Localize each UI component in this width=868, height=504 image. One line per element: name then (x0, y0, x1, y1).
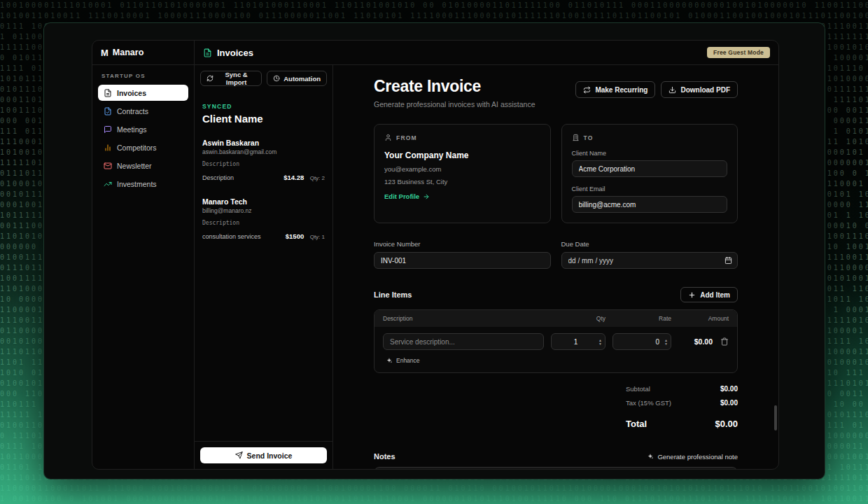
qty-stepper-arrows[interactable]: ▲▼ (598, 339, 602, 345)
create-invoice-panel: Create Invoice Generate professional inv… (333, 65, 778, 469)
client-description-label: Description (202, 220, 325, 226)
download-icon (668, 86, 676, 94)
download-pdf-button[interactable]: Download PDF (661, 81, 738, 98)
quantity-stepper[interactable] (551, 333, 606, 350)
topbar: Invoices Free Guest Mode (195, 41, 778, 65)
newsletter-icon (104, 162, 112, 170)
panel-actions: Sync & Import Automation (195, 65, 332, 92)
total-label: Total (626, 419, 647, 429)
make-recurring-label: Make Recurring (595, 86, 648, 94)
line-items-table: Description Qty Rate Amount ▲▼ (374, 309, 738, 373)
qty-field: ▲▼ (551, 333, 606, 350)
contract-icon (104, 107, 112, 115)
trash-icon[interactable] (720, 337, 729, 346)
sidebar-item-investments[interactable]: Investments (98, 176, 188, 192)
client-meta: $1500 Qty: 1 (286, 229, 325, 241)
client-name-input[interactable] (572, 160, 728, 177)
notes-header: Notes Generate professional note (374, 452, 738, 461)
scrollbar-thumb[interactable] (774, 405, 777, 430)
sync-import-button[interactable]: Sync & Import (200, 71, 262, 86)
to-card: TO Client Name Client Email (561, 124, 738, 223)
building-icon (572, 134, 580, 141)
sidebar-item-competitors[interactable]: Competitors (98, 139, 188, 155)
due-date-input[interactable] (561, 252, 738, 269)
column-description: Description (383, 315, 544, 322)
user-icon (384, 134, 392, 141)
page-subtitle: Generate professional invoices with AI a… (374, 100, 536, 108)
add-item-button[interactable]: Add Item (680, 287, 738, 302)
total-row: Total $0.00 (626, 419, 738, 429)
sidebar-nav: Invoices Contracts Meetings Competitors … (92, 83, 194, 194)
invoice-number-field: Invoice Number (374, 240, 551, 269)
table-row: ▲▼ ▲▼ $0.00 (374, 327, 737, 352)
due-date-label: Due Date (561, 240, 738, 248)
client-email-input[interactable] (572, 196, 728, 213)
enhance-button[interactable]: Enhance (383, 356, 423, 365)
sidebar-logo[interactable]: M Manaro (92, 41, 194, 65)
sidebar: M Manaro STARTUP OS Invoices Contracts M… (92, 41, 195, 469)
arrow-right-icon (423, 193, 430, 200)
tax-value: $0.00 (720, 399, 738, 407)
sidebar-item-invoices[interactable]: Invoices (98, 85, 188, 101)
sidebar-item-label: Contracts (117, 107, 148, 115)
subtotal-value: $0.00 (720, 385, 738, 393)
column-rate: Rate (612, 315, 671, 322)
app-frame: M Manaro STARTUP OS Invoices Contracts M… (92, 40, 779, 470)
client-description: consultation services (202, 233, 261, 240)
rate-stepper-arrows[interactable]: ▲▼ (664, 339, 668, 345)
sparkles-icon (386, 357, 393, 364)
client-description: Description (202, 174, 234, 181)
sidebar-section-label: STARTUP OS (92, 65, 194, 83)
client-row: consultation services $1500 Qty: 1 (202, 229, 325, 241)
client-description-label: Description (202, 161, 325, 167)
calendar-icon[interactable] (724, 257, 732, 265)
repeat-icon (583, 86, 591, 94)
client-name-label: Client Name (572, 150, 728, 157)
amount-cell: $0.00 (678, 337, 729, 346)
client-meta: $14.28 Qty: 2 (284, 170, 325, 183)
client-amount: $14.28 (284, 174, 304, 181)
app-window: M Manaro STARTUP OS Invoices Contracts M… (43, 22, 825, 479)
invoices-header-icon (203, 48, 212, 57)
send-invoice-button[interactable]: Send Invoice (200, 447, 327, 463)
list-item[interactable]: Manaro Tech billing@manaro.nz Descriptio… (202, 197, 325, 241)
sidebar-item-newsletter[interactable]: Newsletter (98, 158, 188, 174)
automation-button[interactable]: Automation (267, 71, 327, 86)
line-items-label: Line Items (374, 290, 412, 299)
invoice-number-input[interactable] (374, 252, 551, 269)
tax-row: Tax (15% GST) $0.00 (626, 399, 738, 407)
invoice-list-panel: Sync & Import Automation SYNCED Client N… (195, 65, 333, 469)
sidebar-item-meetings[interactable]: Meetings (98, 121, 188, 137)
rate-stepper[interactable] (612, 333, 671, 350)
edit-profile-link[interactable]: Edit Profile (384, 192, 430, 200)
edit-profile-label: Edit Profile (384, 192, 419, 200)
guest-mode-badge: Free Guest Mode (707, 47, 770, 58)
table-header-row: Description Qty Rate Amount (374, 310, 737, 327)
competitors-icon (104, 144, 112, 152)
column-qty: Qty (551, 315, 606, 322)
client-qty: Qty: 2 (310, 175, 325, 181)
item-description-input[interactable] (383, 333, 544, 350)
invoice-number-label: Invoice Number (374, 240, 551, 248)
company-address: 123 Business St, City (384, 178, 540, 186)
sparkles-icon (647, 453, 654, 460)
client-qty: Qty: 1 (310, 234, 325, 240)
generate-note-link[interactable]: Generate professional note (647, 453, 738, 461)
sidebar-item-label: Competitors (117, 144, 157, 152)
due-date-wrap (561, 252, 738, 269)
from-to-cards: FROM Your Company Name you@example.com 1… (374, 124, 738, 223)
client-list-heading: Client Name (202, 113, 325, 125)
send-invoice-label: Send Invoice (247, 451, 293, 460)
synced-label: SYNCED (202, 103, 325, 110)
make-recurring-button[interactable]: Make Recurring (575, 81, 655, 98)
notes-textarea[interactable] (374, 467, 738, 469)
clock-icon (273, 75, 280, 82)
create-invoice-form: Create Invoice Generate professional inv… (374, 65, 738, 469)
body-region: Sync & Import Automation SYNCED Client N… (195, 65, 778, 469)
client-list: Aswin Baskaran aswin.baskaran@gmail.com … (195, 130, 332, 441)
list-item[interactable]: Aswin Baskaran aswin.baskaran@gmail.com … (202, 139, 325, 183)
to-label: TO (584, 134, 594, 141)
sidebar-item-contracts[interactable]: Contracts (98, 103, 188, 119)
invoice-meta-row: Invoice Number Due Date (374, 240, 738, 269)
client-email: aswin.baskaran@gmail.com (202, 148, 325, 155)
